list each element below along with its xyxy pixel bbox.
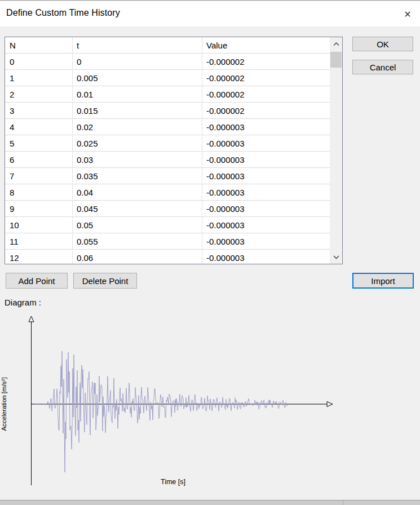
background-window-divider [343, 500, 343, 505]
column-header-value[interactable]: Value [202, 37, 330, 53]
table-row: 90.045-0.000003 [5, 200, 342, 216]
cell-value[interactable]: -0.000003 [202, 119, 330, 135]
cell-n[interactable]: 0 [5, 54, 72, 69]
cell-n[interactable]: 12 [5, 250, 72, 264]
column-divider [72, 37, 73, 264]
cell-t[interactable]: 0.01 [72, 86, 202, 102]
cell-value[interactable]: -0.000002 [202, 54, 330, 69]
cell-t[interactable]: 0.005 [72, 70, 202, 86]
cell-value[interactable]: -0.000003 [202, 184, 330, 200]
chevron-down-icon [333, 255, 339, 259]
cell-value[interactable]: -0.000002 [202, 70, 330, 86]
cell-t[interactable]: 0.02 [72, 119, 202, 135]
cell-n[interactable]: 11 [5, 233, 72, 249]
cell-t[interactable]: 0.03 [72, 152, 202, 167]
cell-n[interactable]: 5 [5, 135, 72, 151]
table-row: 00-0.000002 [5, 53, 342, 69]
column-header-t[interactable]: t [72, 37, 202, 53]
y-axis-label: Acceleration [m/s²] [1, 377, 7, 431]
table-row: 120.06-0.000003 [5, 249, 342, 264]
cell-n[interactable]: 3 [5, 103, 72, 118]
cell-t[interactable]: 0.04 [72, 184, 202, 200]
table-row: 70.035-0.000003 [5, 167, 342, 184]
import-button[interactable]: Import [352, 273, 414, 289]
table-row: 110.055-0.000003 [5, 233, 342, 249]
time-history-diagram: Acceleration [m/s²] Time [s] [0, 309, 364, 491]
table-row: 40.02-0.000003 [5, 118, 342, 135]
table-row: 20.01-0.000002 [5, 86, 342, 102]
cell-value[interactable]: -0.000002 [202, 103, 330, 118]
scrollbar-down-button[interactable] [330, 250, 342, 264]
table-row: 60.03-0.000003 [5, 151, 342, 167]
cell-value[interactable]: -0.000003 [202, 233, 330, 249]
diagram-label: Diagram : [5, 298, 41, 307]
cell-n[interactable]: 9 [5, 201, 72, 216]
table-row: 100.05-0.000003 [5, 216, 342, 233]
column-header-n[interactable]: N [5, 37, 72, 53]
cell-t[interactable]: 0.035 [72, 168, 202, 184]
table-scrollbar[interactable] [330, 37, 342, 264]
background-window-edge [0, 500, 420, 505]
cell-value[interactable]: -0.000003 [202, 250, 330, 264]
cell-n[interactable]: 10 [5, 217, 72, 233]
cell-t[interactable]: 0 [72, 54, 202, 69]
cell-n[interactable]: 6 [5, 152, 72, 167]
cell-n[interactable]: 1 [5, 70, 72, 86]
add-point-button[interactable]: Add Point [6, 273, 68, 289]
y-axis-arrow-icon [29, 316, 34, 322]
cell-value[interactable]: -0.000003 [202, 201, 330, 216]
scrollbar-up-button[interactable] [330, 37, 342, 51]
cell-t[interactable]: 0.025 [72, 135, 202, 151]
cell-t[interactable]: 0.055 [72, 233, 202, 249]
delete-point-button[interactable]: Delete Point [73, 273, 137, 289]
table-header-row: N t Value [5, 37, 342, 53]
cell-value[interactable]: -0.000003 [202, 168, 330, 184]
define-custom-time-history-dialog: Define Custom Time History ✕ N t Value 0… [0, 0, 420, 505]
dialog-title: Define Custom Time History [6, 8, 120, 18]
x-axis-label: Time [s] [161, 478, 185, 486]
x-axis-arrow-icon [327, 402, 333, 407]
cell-n[interactable]: 2 [5, 86, 72, 102]
cell-value[interactable]: -0.000002 [202, 86, 330, 102]
cell-t[interactable]: 0.015 [72, 103, 202, 118]
table-row: 50.025-0.000003 [5, 135, 342, 151]
cell-value[interactable]: -0.000003 [202, 152, 330, 167]
title-bar: Define Custom Time History ✕ [0, 1, 420, 26]
cell-n[interactable]: 4 [5, 119, 72, 135]
cell-t[interactable]: 0.05 [72, 217, 202, 233]
close-icon[interactable]: ✕ [400, 6, 415, 22]
cell-t[interactable]: 0.06 [72, 250, 202, 264]
scrollbar-thumb[interactable] [330, 52, 342, 68]
time-history-table: N t Value 00-0.00000210.005-0.00000220.0… [5, 37, 343, 264]
cell-n[interactable]: 7 [5, 168, 72, 184]
table-row: 80.04-0.000003 [5, 184, 342, 200]
column-divider [202, 37, 202, 264]
cell-n[interactable]: 8 [5, 184, 72, 200]
ok-button[interactable]: OK [352, 37, 413, 51]
cell-value[interactable]: -0.000003 [202, 135, 330, 151]
cell-t[interactable]: 0.045 [72, 201, 202, 216]
acceleration-waveform [34, 351, 288, 472]
table-body: 00-0.00000210.005-0.00000220.01-0.000002… [5, 53, 342, 264]
cell-value[interactable]: -0.000003 [202, 217, 330, 233]
table-row: 10.005-0.000002 [5, 69, 342, 86]
table-row: 30.015-0.000002 [5, 102, 342, 118]
cancel-button[interactable]: Cancel [352, 60, 413, 74]
chevron-up-icon [333, 42, 339, 46]
